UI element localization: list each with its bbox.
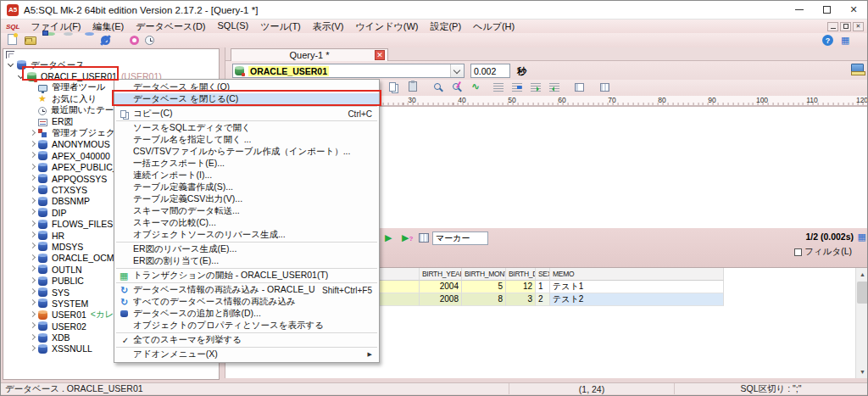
context-menu-item[interactable]: データベース を開く(O)	[114, 81, 379, 93]
search-replace-icon[interactable]	[453, 83, 459, 90]
menubar-item[interactable]: 編集(E)	[87, 20, 131, 33]
chevron-icon[interactable]	[28, 333, 37, 343]
copy-icon[interactable]	[387, 81, 400, 93]
chevron-icon[interactable]	[28, 310, 37, 320]
context-menu-item[interactable]: テーブル定義CSV出力(V)...	[114, 193, 379, 205]
context-menu-item[interactable]: ER図の割り当て(E)...	[114, 255, 379, 267]
context-menu-item[interactable]: すべてのデータベース情報の再読み込み	[114, 296, 379, 308]
menubar-item[interactable]: 設定(P)	[424, 20, 467, 33]
grid-cell[interactable]: 5	[462, 281, 506, 293]
context-menu-item[interactable]: データベース を閉じる(C)	[114, 93, 379, 105]
chevron-down-icon[interactable]	[450, 64, 464, 77]
grid-header-cell[interactable]: BIRTH_YEAR	[420, 268, 462, 281]
context-menu-item[interactable]: 連続インポート(I)...	[114, 170, 379, 181]
chevron-icon[interactable]	[28, 174, 37, 183]
tab-query-1[interactable]: Query-1 * ✕	[231, 48, 388, 61]
outdent-icon[interactable]	[549, 83, 559, 92]
maximize-button[interactable]	[813, 1, 840, 19]
chevron-icon[interactable]	[28, 242, 37, 251]
grid-cell[interactable]: テスト1	[550, 281, 724, 293]
marker-grid-icon[interactable]	[419, 233, 429, 243]
panel-grid-icon[interactable]: ▦	[841, 34, 854, 46]
context-menu-item[interactable]: 一括エクスポート(E)...	[114, 158, 379, 170]
tab-close-icon[interactable]: ✕	[375, 50, 385, 60]
context-menu-item[interactable]: コピー(C)Ctrl+C	[114, 108, 379, 120]
snippet-icon[interactable]	[575, 83, 584, 92]
indent-icon[interactable]	[531, 83, 541, 92]
context-menu-item[interactable]: データベース情報の再読み込み - ORACLE_USER01Shift+Ctrl…	[114, 284, 379, 296]
grid-header-cell[interactable]: MEMO	[550, 268, 724, 281]
tree-item[interactable]: データベース	[3, 59, 219, 70]
format-sql-icon[interactable]: ∿	[471, 81, 484, 93]
menubar-item[interactable]: ツール(T)	[254, 20, 307, 33]
record-marker-icon[interactable]	[130, 36, 139, 45]
chevron-icon[interactable]	[28, 265, 37, 274]
scrollbar-thumb[interactable]	[857, 282, 868, 304]
run-explain-icon[interactable]: ▶?	[402, 232, 413, 244]
filter-checkbox[interactable]: フィルタ(L)	[794, 246, 852, 258]
menubar-item[interactable]: ファイル(F)	[25, 20, 86, 33]
grid-header-cell[interactable]: BIRTH_MONTH	[462, 268, 506, 281]
context-menu-item[interactable]: トランザクションの開始 - ORACLE_USER01(T)	[114, 270, 379, 282]
grid-cell[interactable]: 2004	[420, 281, 462, 293]
marker-input[interactable]	[432, 231, 488, 245]
mdi-system-icon[interactable]: SQL	[6, 23, 19, 31]
history-clock-icon[interactable]	[145, 36, 154, 45]
context-menu-item[interactable]: ソースをSQLエディタで開く	[114, 122, 379, 134]
minimize-button[interactable]	[786, 1, 813, 19]
chevron-icon[interactable]	[28, 163, 37, 172]
context-menu-item[interactable]: ✓全てのスキーマを列挙する	[114, 334, 379, 346]
menubar-item[interactable]: SQL(S)	[212, 20, 255, 33]
chevron-icon[interactable]	[28, 129, 37, 138]
chevron-icon[interactable]	[7, 60, 16, 70]
menubar-item[interactable]: ヘルプ(H)	[467, 20, 520, 33]
close-button[interactable]: ✕	[840, 1, 867, 19]
context-menu-item[interactable]: ER図のリバース生成(E)...	[114, 243, 379, 255]
run-query-icon[interactable]: ▶	[385, 232, 392, 243]
context-menu-item[interactable]: アドオンメニュー(X)▶	[114, 349, 379, 360]
chevron-icon[interactable]	[28, 344, 37, 354]
mdi-close-button[interactable]: ✕	[853, 22, 864, 31]
result-refresh-icon[interactable]: ▦	[858, 231, 866, 242]
help-icon[interactable]: ?	[822, 35, 833, 46]
chevron-icon[interactable]	[28, 287, 37, 297]
chevron-icon[interactable]	[28, 276, 37, 286]
context-menu-item[interactable]: オブジェクトソースのリバース生成...	[114, 229, 379, 241]
chevron-icon[interactable]	[28, 151, 37, 160]
grid-header-cell[interactable]: SEX	[536, 268, 550, 281]
elapsed-time-field[interactable]	[470, 64, 510, 78]
align-text-icon[interactable]	[493, 83, 504, 92]
context-menu-item[interactable]: データベースの追加と削除(D)...	[114, 308, 379, 320]
chevron-icon[interactable]	[28, 298, 37, 308]
menubar-item[interactable]: ウインドウ(W)	[349, 20, 424, 33]
new-document-icon[interactable]	[8, 34, 17, 45]
checkbox-icon[interactable]	[794, 248, 802, 256]
scroll-down-icon[interactable]: ▼	[856, 365, 868, 378]
grid-header-cell[interactable]: BIRTH_DAY	[506, 268, 536, 281]
chevron-icon[interactable]	[28, 185, 37, 194]
word-wrap-icon[interactable]	[512, 83, 522, 92]
grid-cell[interactable]: 8	[462, 293, 506, 306]
menubar-item[interactable]: 表示(V)	[307, 20, 350, 33]
menubar-item[interactable]: データベース(D)	[130, 20, 211, 33]
context-menu-item[interactable]: テーブル名を指定して開く ...	[114, 134, 379, 146]
chevron-icon[interactable]	[28, 321, 37, 331]
grid-cell[interactable]: 2	[536, 293, 550, 306]
grid-cell[interactable]: 12	[506, 281, 536, 293]
chevron-icon[interactable]	[28, 254, 37, 263]
scroll-up-icon[interactable]: ▲	[856, 268, 868, 281]
context-menu-item[interactable]: オブジェクトのプロパティとソースを表示する	[114, 320, 379, 332]
paste-icon[interactable]	[409, 81, 417, 92]
mdi-restore-button[interactable]	[840, 22, 851, 31]
outline-icon[interactable]	[600, 83, 609, 92]
layout-folder-icon[interactable]	[851, 64, 864, 74]
vertical-scrollbar[interactable]: ▲ ▼	[855, 268, 868, 378]
chevron-icon[interactable]	[28, 140, 37, 149]
context-menu-item[interactable]: テーブル定義書作成(S)...	[114, 181, 379, 193]
grid-cell[interactable]: 1	[536, 281, 550, 293]
context-menu-item[interactable]: スキーマ間のデータ転送...	[114, 205, 379, 217]
context-menu-item[interactable]: スキーマの比較(C)...	[114, 217, 379, 229]
database-selector[interactable]: ORACLE_USER01	[232, 64, 465, 78]
search-icon[interactable]	[434, 83, 441, 90]
grid-cell[interactable]: テスト2	[550, 293, 724, 306]
